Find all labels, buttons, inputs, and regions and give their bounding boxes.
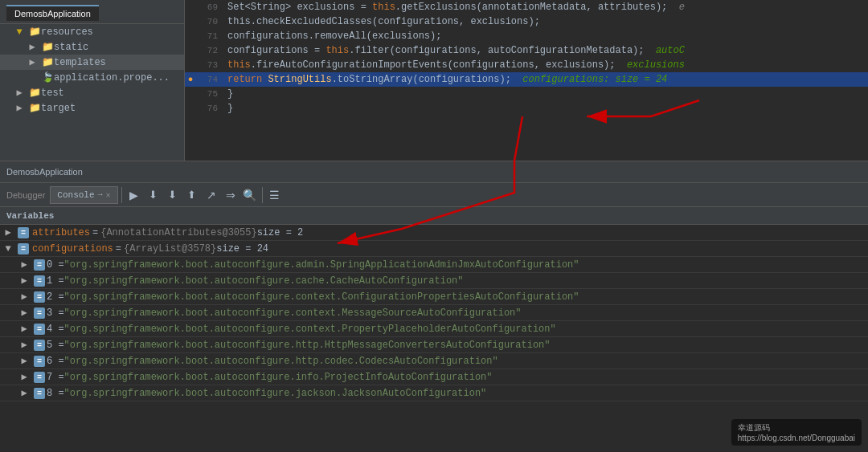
var-expand-icon[interactable]: ▶ bbox=[16, 387, 32, 399]
line-content: this.checkExcludedClasses(configurations… bbox=[224, 14, 868, 29]
tree-templates[interactable]: ▶ 📁 templates bbox=[0, 55, 184, 70]
folder-icon-test: 📁 bbox=[29, 87, 41, 99]
line-number: 73 bbox=[196, 58, 224, 72]
var-expand-icon[interactable]: ▶ bbox=[16, 275, 32, 287]
var-value: {AnnotationAttributes@3055} bbox=[100, 227, 256, 238]
var-row-conf2[interactable]: ▶2 = "org.springframework.boot.autoconfi… bbox=[0, 289, 868, 305]
step-over-btn[interactable]: ⬇ bbox=[145, 186, 162, 204]
var-expand-icon[interactable]: ▶ bbox=[16, 307, 32, 319]
var-string-value: "org.springframework.boot.autoconfigure.… bbox=[64, 324, 556, 335]
var-value: {ArrayList@3578} bbox=[124, 243, 216, 255]
frames-btn[interactable]: ☰ bbox=[266, 186, 284, 204]
var-equals-icon bbox=[16, 243, 31, 255]
line-content: return StringUtils.toStringArray(configu… bbox=[224, 72, 868, 87]
folder-target-icon: ▶ bbox=[13, 102, 26, 114]
tree-static[interactable]: ▶ 📁 static bbox=[0, 39, 184, 55]
debug-toolbar: Debugger Console → ✕ ▶ ⬇ ⬇ ⬆ ↗ ⇒ 🔍 ☰ bbox=[0, 183, 868, 207]
var-index: 0 = bbox=[47, 259, 64, 271]
code-line-75: 75} bbox=[185, 87, 868, 101]
folder-icon-static: 📁 bbox=[42, 41, 54, 53]
line-number: 76 bbox=[196, 101, 224, 116]
file-tree: DemosbApplication ▼ 📁 resources ▶ 📁 stat… bbox=[0, 0, 185, 161]
var-row-attributes[interactable]: ▶attributes = {AnnotationAttributes@3055… bbox=[0, 225, 868, 241]
console-tab[interactable]: Console → ✕ bbox=[50, 186, 117, 204]
var-expand-icon[interactable]: ▶ bbox=[16, 339, 32, 351]
step-into-btn[interactable]: ⬇ bbox=[164, 186, 182, 204]
tree-resources-label: resources bbox=[41, 26, 93, 38]
var-index: 1 = bbox=[47, 275, 64, 287]
watermark-line1: 幸道源码 bbox=[738, 422, 855, 434]
code-line-73: 73this.fireAutoConfigurationImportEvents… bbox=[185, 58, 868, 72]
line-content: this.fireAutoConfigurationImportEvents(c… bbox=[224, 58, 868, 72]
var-expand-icon[interactable]: ▶ bbox=[16, 355, 32, 367]
var-equals-icon bbox=[32, 259, 47, 271]
var-index: 2 = bbox=[47, 291, 64, 303]
var-row-conf7[interactable]: ▶7 = "org.springframework.boot.autoconfi… bbox=[0, 369, 868, 385]
line-indicator: ● bbox=[185, 72, 196, 87]
folder-icon-resources: 📁 bbox=[29, 26, 41, 38]
line-number: 72 bbox=[196, 43, 224, 58]
line-number: 74 bbox=[196, 72, 224, 87]
var-equals-icon bbox=[32, 372, 47, 383]
line-content: configurations.removeAll(exclusions); bbox=[224, 29, 868, 43]
var-expand-icon[interactable]: ▼ bbox=[0, 243, 16, 255]
tree-target-label: target bbox=[41, 103, 76, 114]
var-index: 7 = bbox=[47, 372, 64, 383]
step-out-btn[interactable]: ⬆ bbox=[183, 186, 201, 204]
code-line-72: 72configurations = this.filter(configura… bbox=[185, 43, 868, 58]
line-number: 69 bbox=[196, 0, 224, 14]
var-size: size = 2 bbox=[257, 227, 304, 238]
var-row-conf3[interactable]: ▶3 = "org.springframework.boot.autoconfi… bbox=[0, 305, 868, 321]
tree-props-label: application.prope... bbox=[54, 72, 170, 83]
active-tab: DemosbApplication bbox=[6, 5, 99, 21]
run-to-cursor-btn[interactable]: ↗ bbox=[203, 186, 220, 204]
var-row-conf6[interactable]: ▶6 = "org.springframework.boot.autoconfi… bbox=[0, 353, 868, 369]
tree-application-props[interactable]: 🍃 application.prope... bbox=[0, 70, 184, 85]
var-row-conf4[interactable]: ▶4 = "org.springframework.boot.autoconfi… bbox=[0, 321, 868, 337]
var-expand-icon[interactable]: ▶ bbox=[0, 226, 16, 238]
code-line-69: 69Set<String> exclusions = this.getExclu… bbox=[185, 0, 868, 14]
var-expand-icon[interactable]: ▶ bbox=[16, 323, 32, 335]
line-number: 70 bbox=[196, 14, 224, 29]
tree-resources[interactable]: ▼ 📁 resources bbox=[0, 24, 184, 39]
console-label: Console bbox=[57, 190, 94, 200]
resume-btn[interactable]: ▶ bbox=[125, 186, 143, 204]
tree-static-label: static bbox=[54, 42, 88, 53]
watermark-line2: https://blog.csdn.net/Dongguabai bbox=[738, 434, 855, 442]
code-editor: 69Set<String> exclusions = this.getExclu… bbox=[185, 0, 868, 161]
console-close[interactable]: ✕ bbox=[106, 190, 111, 200]
evaluate-btn[interactable]: 🔍 bbox=[241, 186, 259, 204]
var-string-value: "org.springframework.boot.autoconfigure.… bbox=[64, 275, 464, 287]
line-content: } bbox=[224, 87, 868, 101]
var-row-conf8[interactable]: ▶8 = "org.springframework.boot.autoconfi… bbox=[0, 385, 868, 401]
var-string-value: "org.springframework.boot.autoconfigure.… bbox=[64, 307, 522, 319]
var-equals-sign: = bbox=[92, 227, 98, 238]
var-row-conf5[interactable]: ▶5 = "org.springframework.boot.autoconfi… bbox=[0, 337, 868, 353]
var-expand-icon[interactable]: ▶ bbox=[16, 259, 32, 271]
var-equals-icon bbox=[32, 291, 47, 303]
watermark: 幸道源码 https://blog.csdn.net/Dongguabai bbox=[731, 419, 862, 446]
force-step-btn[interactable]: ⇒ bbox=[222, 186, 240, 204]
var-expand-icon[interactable]: ▶ bbox=[16, 371, 32, 383]
tree-templates-label: templates bbox=[54, 57, 106, 68]
var-expand-icon[interactable]: ▶ bbox=[16, 291, 32, 303]
var-string-value: "org.springframework.boot.autoconfigure.… bbox=[64, 259, 579, 271]
var-row-configurations[interactable]: ▼configurations = {ArrayList@3578} size … bbox=[0, 241, 868, 257]
tree-target[interactable]: ▶ 📁 target bbox=[0, 100, 184, 116]
line-content: Set<String> exclusions = this.getExclusi… bbox=[224, 0, 868, 14]
folder-collapsed-icon: ▶ bbox=[26, 41, 39, 53]
console-arrow: → bbox=[98, 190, 103, 199]
folder-open-icon: ▼ bbox=[13, 26, 26, 38]
var-row-conf0[interactable]: ▶0 = "org.springframework.boot.autoconfi… bbox=[0, 257, 868, 273]
code-line-76: 76} bbox=[185, 101, 868, 116]
var-row-conf1[interactable]: ▶1 = "org.springframework.boot.autoconfi… bbox=[0, 273, 868, 289]
tree-test-label: test bbox=[41, 88, 64, 99]
variables-panel: Variables ▶attributes = {AnnotationAttri… bbox=[0, 207, 868, 401]
folder-test-icon: ▶ bbox=[13, 87, 26, 99]
tree-test[interactable]: ▶ 📁 test bbox=[0, 85, 184, 100]
var-size: size = 24 bbox=[216, 243, 268, 255]
var-index: 6 = bbox=[47, 356, 64, 367]
toolbar-separator-2 bbox=[262, 187, 263, 203]
var-string-value: "org.springframework.boot.autoconfigure.… bbox=[64, 388, 487, 399]
line-content: } bbox=[224, 101, 868, 116]
